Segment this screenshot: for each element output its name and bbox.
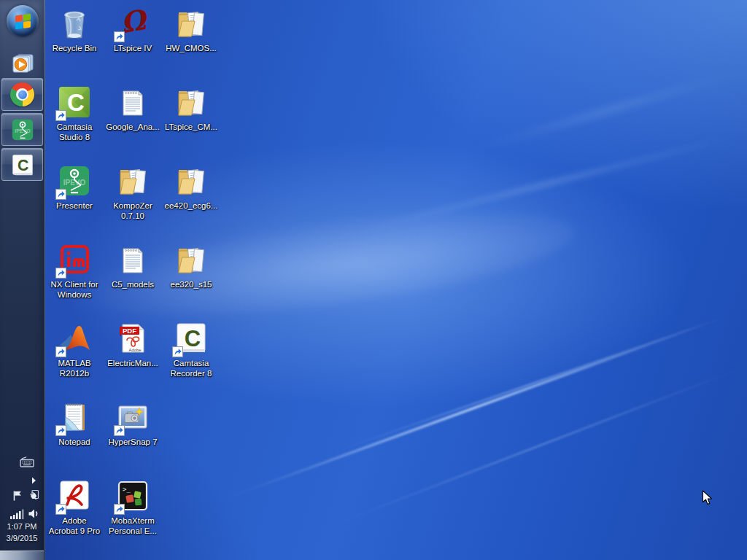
desktop-icon-adobe-acrobat-9-pro[interactable]: AdobeAcrobat 9 Pro — [45, 478, 104, 536]
taskbar-item-windows-media-player[interactable] — [10, 52, 35, 74]
shortcut-arrow-icon — [55, 504, 66, 515]
desktop-icon-label: HW_CMOS... — [162, 43, 220, 53]
camtasia-white-icon: C — [174, 321, 209, 356]
expand-hidden-icons-arrow[interactable] — [31, 474, 36, 487]
desktop-icon-ee420-ecg6[interactable]: ee420_ecg6... — [162, 163, 220, 211]
start-button[interactable] — [7, 5, 39, 37]
folder-docs-icon — [174, 85, 209, 120]
desktop-icon-nx-client[interactable]: NX Client forWindows — [45, 242, 104, 300]
show-desktop-button[interactable] — [0, 550, 44, 560]
desktop-icon-presenter[interactable]: IPEVO Presenter — [45, 163, 104, 211]
keyboard-icon[interactable] — [18, 455, 36, 471]
folder-docs-icon — [174, 6, 209, 41]
shortcut-arrow-icon — [55, 268, 66, 279]
desktop-icon-label: MATLABR2012b — [45, 358, 104, 378]
desktop-icon-label: ee320_s15 — [162, 279, 220, 289]
chrome-icon — [10, 82, 34, 106]
desktop-icon-c5-models[interactable]: C5_models — [104, 242, 162, 289]
shortcut-arrow-icon — [172, 346, 183, 357]
camtasia-icon: C — [10, 152, 35, 177]
svg-text:Adobe: Adobe — [129, 348, 142, 352]
shortcut-arrow-icon — [114, 425, 125, 436]
matlab-icon — [57, 321, 92, 356]
notepad-icon — [57, 400, 92, 435]
taskbar-item-camtasia[interactable]: C — [1, 148, 43, 181]
taskbar: IPEVO C — [0, 0, 45, 560]
desktop-wallpaper: Recycle Bin Ω LTspice IV HW_CMOS... C Ca… — [0, 0, 747, 560]
svg-text:IPEVO: IPEVO — [63, 179, 86, 187]
desktop-icon-matlab[interactable]: MATLABR2012b — [45, 321, 104, 378]
shortcut-arrow-icon — [55, 110, 66, 121]
desktop-icon-label: AdobeAcrobat 9 Pro — [45, 516, 104, 536]
desktop-icon-label: Presenter — [45, 201, 104, 211]
desktop-icon-label: Recycle Bin — [45, 43, 104, 53]
desktop-icon-mobaxterm[interactable]: >_ MobaXtermPersonal E... — [104, 478, 162, 536]
power-plug-icon[interactable] — [26, 489, 40, 505]
taskbar-item-ipevo-presenter[interactable]: IPEVO — [1, 113, 43, 146]
desktop-icon-label: KompoZer0.7.10 — [104, 201, 162, 221]
desktop-icon-label: CamtasiaStudio 8 — [45, 122, 104, 142]
taskbar-item-chrome[interactable] — [1, 78, 43, 111]
ipevo-presenter-icon: IPEVO — [10, 117, 35, 142]
desktop-icon-camtasia-studio-8[interactable]: C CamtasiaStudio 8 — [45, 85, 104, 142]
text-doc-icon — [115, 242, 150, 277]
desktop-icon-label: ee420_ecg6... — [162, 201, 220, 211]
desktop-icon-label: MobaXtermPersonal E... — [104, 516, 162, 536]
desktop-icon-label: HyperSnap 7 — [104, 437, 162, 447]
desktop-icon-hypersnap-7[interactable]: HyperSnap 7 — [104, 400, 162, 447]
desktop-icon-label: LTspice IV — [104, 43, 162, 53]
desktop-icon-hw-cmos[interactable]: HW_CMOS... — [162, 6, 220, 53]
desktop-icon-recycle-bin[interactable]: Recycle Bin — [45, 6, 104, 53]
acrobat-icon — [57, 478, 92, 513]
camtasia-green-icon: C — [57, 85, 92, 120]
desktop-icon-ee320-s15[interactable]: ee320_s15 — [162, 242, 220, 289]
hypersnap-icon — [115, 400, 150, 435]
wallpaper-light-streak — [325, 311, 740, 455]
wallpaper-light-streak — [457, 67, 747, 155]
desktop-icon-label: ElectricMan... — [104, 358, 162, 368]
action-center-flag-icon[interactable] — [11, 489, 24, 505]
shortcut-arrow-icon — [55, 189, 66, 200]
nx-icon — [57, 242, 92, 277]
desktop-icon-label: Google_Ana... — [104, 122, 162, 132]
clock-date: 3/9/2015 — [0, 532, 44, 544]
folder-docs-icon — [115, 163, 150, 198]
ipevo-icon: IPEVO — [57, 163, 92, 198]
mobaxterm-icon: >_ — [115, 478, 150, 513]
desktop-icon-camtasia-recorder-8[interactable]: C CamtasiaRecorder 8 — [162, 321, 220, 378]
desktop-icon-label: NX Client forWindows — [45, 279, 104, 300]
taskbar-clock[interactable]: 1:07 PM 3/9/2015 — [0, 521, 44, 544]
ltspice-icon: Ω — [115, 6, 150, 41]
svg-text:C: C — [18, 156, 28, 174]
desktop-icon-label: Notepad — [45, 437, 104, 447]
desktop-icon-ltspice-iv[interactable]: Ω LTspice IV — [104, 6, 162, 53]
pdf-icon: PDF Adobe — [115, 321, 150, 356]
folder-docs-icon — [174, 163, 209, 198]
mouse-cursor — [702, 490, 713, 506]
svg-text:C: C — [67, 89, 85, 116]
desktop-icon-label: CamtasiaRecorder 8 — [162, 358, 220, 378]
shortcut-arrow-icon — [55, 346, 66, 357]
desktop-icon-label: LTspice_CM... — [162, 122, 220, 132]
windows-logo-icon — [15, 13, 31, 29]
svg-text:PDF: PDF — [123, 327, 136, 335]
shortcut-arrow-icon — [114, 504, 125, 515]
svg-text:C: C — [185, 326, 201, 351]
svg-text:>_: >_ — [123, 486, 131, 493]
clock-time: 1:07 PM — [0, 521, 44, 532]
desktop-icon-google-ana[interactable]: Google_Ana... — [104, 85, 162, 132]
desktop-icon-notepad[interactable]: Notepad — [45, 400, 104, 447]
text-doc-icon — [115, 85, 150, 120]
recycle-bin-icon — [57, 6, 92, 41]
desktop-icon-kompozer[interactable]: KompoZer0.7.10 — [104, 163, 162, 221]
shortcut-arrow-icon — [114, 31, 125, 42]
windows-media-player-icon — [10, 52, 35, 74]
shortcut-arrow-icon — [55, 425, 66, 436]
desktop-icon-label: C5_models — [104, 279, 162, 289]
desktop-icon-electricman[interactable]: PDF Adobe ElectricMan... — [104, 321, 162, 368]
desktop-icon-ltspice-cm[interactable]: LTspice_CM... — [162, 85, 220, 132]
folder-docs-icon — [174, 242, 209, 277]
